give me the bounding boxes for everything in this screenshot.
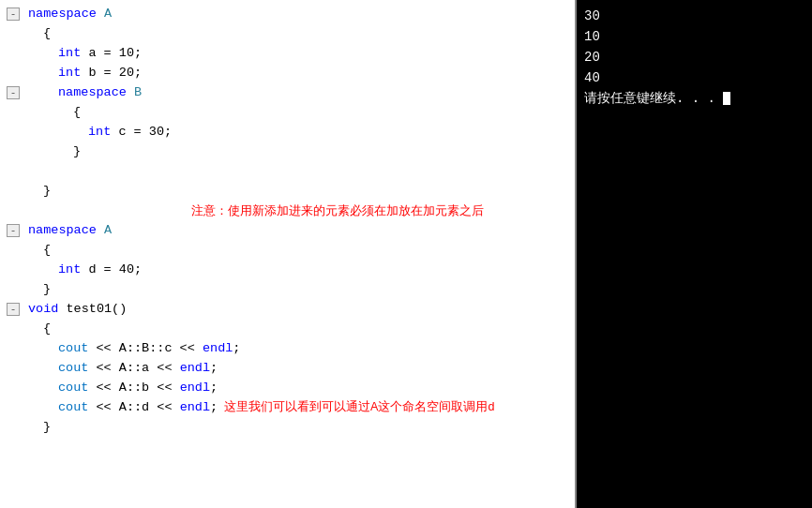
token: ; — [210, 358, 218, 378]
token: } — [43, 279, 51, 299]
token: A — [104, 220, 112, 240]
code-line: cout << A::b << endl; — [0, 378, 575, 397]
token: cout — [58, 358, 88, 378]
terminal-line: 请按任意键继续. . . — [584, 88, 804, 109]
token: endl — [203, 338, 233, 358]
token: a = 10; — [81, 43, 142, 63]
collapse-button[interactable]: - — [7, 86, 20, 99]
token: int — [88, 122, 111, 142]
terminal-cursor — [723, 92, 730, 105]
code-line: int d = 40; — [0, 260, 575, 279]
collapse-button[interactable]: - — [7, 224, 20, 237]
code-line: -namespace B — [0, 82, 575, 102]
code-line: -namespace A — [0, 220, 575, 240]
code-line: } — [0, 279, 575, 299]
token: test01() — [58, 299, 127, 319]
code-line: cout << A::a << endl; — [0, 358, 575, 378]
code-line: } — [0, 181, 575, 201]
token: A — [104, 4, 112, 23]
token: void — [28, 299, 58, 319]
token: namespace — [28, 220, 97, 240]
token: } — [43, 181, 51, 201]
code-line — [0, 161, 575, 181]
token: d = 40; — [81, 260, 142, 279]
code-line: int c = 30; — [0, 122, 575, 142]
code-line: -void test01() — [0, 299, 575, 319]
token: << A::a << — [88, 358, 179, 378]
terminal-line: 30 — [584, 6, 804, 26]
code-line: int a = 10; — [0, 43, 575, 63]
code-line — [0, 437, 575, 456]
token: { — [43, 240, 51, 260]
collapse-button[interactable]: - — [7, 7, 20, 21]
token: << A::d << — [88, 397, 179, 417]
token — [97, 4, 104, 23]
token: } — [73, 142, 81, 161]
token: int — [58, 63, 81, 82]
token: int — [58, 43, 81, 63]
token — [127, 82, 134, 102]
token: << A::B::c << — [88, 338, 203, 358]
token — [97, 220, 104, 240]
token: ; — [233, 338, 240, 358]
token: { — [43, 319, 51, 338]
code-line: cout << A::d << endl; 这里我们可以看到可以通过A这个命名空… — [0, 397, 575, 417]
token: b = 20; — [81, 63, 142, 82]
code-line: { — [0, 240, 575, 260]
code-editor[interactable]: -namespace A{int a = 10;int b = 20;-name… — [0, 0, 577, 508]
line-gutter: - — [4, 224, 24, 237]
code-line: { — [0, 102, 575, 122]
code-line: } — [0, 417, 575, 437]
line-gutter: - — [4, 7, 24, 21]
code-line: { — [0, 319, 575, 338]
token: namespace — [28, 4, 97, 23]
token: } — [43, 417, 51, 437]
token: ; — [210, 378, 218, 397]
token: ; — [210, 397, 218, 417]
token: c = 30; — [111, 122, 172, 142]
token: cout — [58, 378, 88, 397]
token: << A::b << — [88, 378, 179, 397]
code-content: -namespace A{int a = 10;int b = 20;-name… — [0, 0, 575, 508]
token: 这里我们可以看到可以通过A这个命名空间取调用d — [218, 397, 494, 417]
token: int — [58, 260, 81, 279]
code-line: cout << A::B::c << endl; — [0, 338, 575, 358]
token: endl — [180, 358, 210, 378]
token: { — [73, 102, 81, 122]
token: endl — [180, 378, 210, 397]
token: { — [43, 23, 51, 43]
token: namespace — [58, 82, 127, 102]
token: B — [134, 82, 142, 102]
line-gutter: - — [4, 86, 24, 99]
terminal-output: 30102040请按任意键继续. . . — [577, 0, 812, 508]
collapse-button[interactable]: - — [7, 303, 20, 316]
terminal-line: 40 — [584, 67, 804, 88]
line-gutter: - — [4, 303, 24, 316]
terminal-line: 10 — [584, 26, 804, 47]
code-line: } — [0, 142, 575, 161]
token: cout — [58, 338, 88, 358]
terminal-line: 20 — [584, 47, 804, 67]
token: endl — [180, 397, 210, 417]
token: cout — [58, 397, 88, 417]
code-line: 注意：使用新添加进来的元素必须在加放在加元素之后 — [0, 201, 575, 220]
code-line: { — [0, 23, 575, 43]
code-line: int b = 20; — [0, 63, 575, 82]
annotation-text: 注意：使用新添加进来的元素必须在加放在加元素之后 — [191, 201, 484, 220]
code-line: -namespace A — [0, 4, 575, 23]
